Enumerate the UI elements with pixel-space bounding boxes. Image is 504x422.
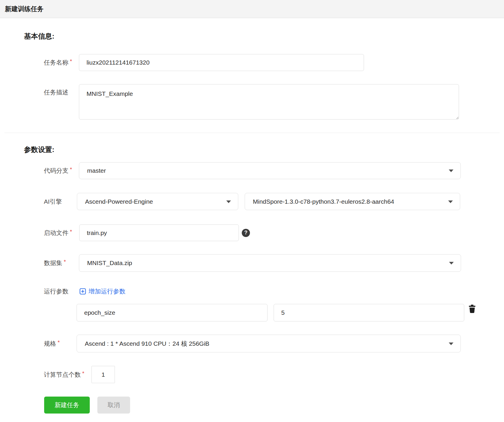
- code-branch-row: 代码分支* master: [0, 162, 504, 179]
- add-run-param-label: 增加运行参数: [89, 287, 125, 295]
- run-param-entry-row: [0, 304, 504, 321]
- dataset-label: 数据集*: [44, 259, 66, 267]
- ai-engine-value: Ascend-Powered-Engine: [85, 198, 153, 205]
- trash-icon: [468, 305, 476, 313]
- task-desc-row: 任务描述 MNIST_Example: [0, 84, 504, 120]
- page-titlebar: 新建训练任务: [0, 0, 504, 18]
- create-task-button[interactable]: 新建任务: [44, 397, 90, 414]
- run-param-value-input[interactable]: [274, 304, 464, 321]
- ai-engine-version-value: MindSpore-1.3.0-c78-python3.7-euleros2.8…: [253, 198, 394, 205]
- boot-file-label: 启动文件*: [44, 229, 72, 237]
- run-param-key-input[interactable]: [77, 304, 267, 321]
- section-params-heading: 参数设置:: [24, 145, 504, 154]
- required-asterisk: *: [70, 166, 72, 172]
- dataset-select[interactable]: MNIST_Data.zip: [79, 254, 461, 272]
- caret-down-icon: [449, 262, 454, 264]
- node-count-label: 计算节点个数*: [44, 371, 84, 379]
- task-name-input[interactable]: [79, 54, 364, 71]
- code-branch-select[interactable]: master: [79, 162, 461, 179]
- ai-engine-row: AI引擎 Ascend-Powered-Engine MindSpore-1.3…: [0, 193, 504, 210]
- spec-row: 规格* Ascend : 1 * Ascend 910 CPU：24 核 256…: [0, 335, 504, 352]
- required-asterisk: *: [58, 339, 60, 345]
- node-count-input[interactable]: [92, 366, 115, 383]
- run-params-label-text: 运行参数: [44, 288, 68, 295]
- required-asterisk: *: [70, 229, 72, 235]
- page-title: 新建训练任务: [5, 5, 44, 13]
- task-desc-label: 任务描述: [44, 88, 68, 96]
- boot-file-label-text: 启动文件: [44, 229, 68, 236]
- ai-engine-label: AI引擎: [44, 198, 62, 206]
- boot-file-input[interactable]: [79, 224, 239, 241]
- form-actions-row: 新建任务 取消: [0, 397, 504, 414]
- code-branch-label-text: 代码分支: [44, 167, 68, 174]
- add-run-param-link[interactable]: 增加运行参数: [80, 287, 125, 295]
- dataset-label-text: 数据集: [44, 260, 62, 266]
- run-params-label: 运行参数: [44, 287, 68, 295]
- node-count-row: 计算节点个数*: [0, 366, 504, 383]
- cancel-button[interactable]: 取消: [97, 397, 130, 414]
- spec-select[interactable]: Ascend : 1 * Ascend 910 CPU：24 核 256GiB: [77, 335, 461, 352]
- boot-file-row: 启动文件* ?: [0, 224, 504, 241]
- node-count-label-text: 计算节点个数: [44, 371, 81, 378]
- new-training-task-page: 新建训练任务 基本信息: 任务名称* 任务描述 MNIST_Example 参数…: [0, 0, 504, 422]
- dataset-value: MNIST_Data.zip: [87, 260, 132, 267]
- ai-engine-version-select[interactable]: MindSpore-1.3.0-c78-python3.7-euleros2.8…: [245, 193, 460, 210]
- spec-value: Ascend : 1 * Ascend 910 CPU：24 核 256GiB: [85, 340, 209, 348]
- task-name-row: 任务名称*: [0, 54, 504, 71]
- required-asterisk: *: [64, 259, 66, 265]
- section-divider: [4, 133, 500, 133]
- code-branch-value: master: [87, 167, 106, 174]
- question-circle-icon[interactable]: ?: [242, 229, 250, 237]
- run-params-row: 运行参数 增加运行参数: [0, 288, 504, 295]
- task-desc-label-text: 任务描述: [44, 89, 68, 96]
- task-name-label: 任务名称*: [44, 58, 72, 67]
- ai-engine-select[interactable]: Ascend-Powered-Engine: [77, 193, 238, 210]
- required-asterisk: *: [82, 370, 84, 376]
- caret-down-icon: [449, 343, 453, 345]
- ai-engine-label-text: AI引擎: [44, 198, 62, 205]
- spec-label: 规格*: [44, 340, 60, 348]
- code-branch-label: 代码分支*: [44, 167, 72, 175]
- section-basic-heading: 基本信息:: [24, 32, 504, 41]
- caret-down-icon: [226, 200, 231, 203]
- task-desc-textarea[interactable]: MNIST_Example: [79, 84, 459, 120]
- dataset-row: 数据集* MNIST_Data.zip: [0, 254, 504, 272]
- plus-square-icon: [80, 288, 86, 295]
- caret-down-icon: [449, 170, 453, 172]
- delete-run-param-button[interactable]: [468, 305, 477, 314]
- spec-label-text: 规格: [44, 340, 56, 347]
- required-asterisk: *: [70, 58, 72, 64]
- caret-down-icon: [448, 200, 453, 203]
- task-name-label-text: 任务名称: [44, 59, 68, 66]
